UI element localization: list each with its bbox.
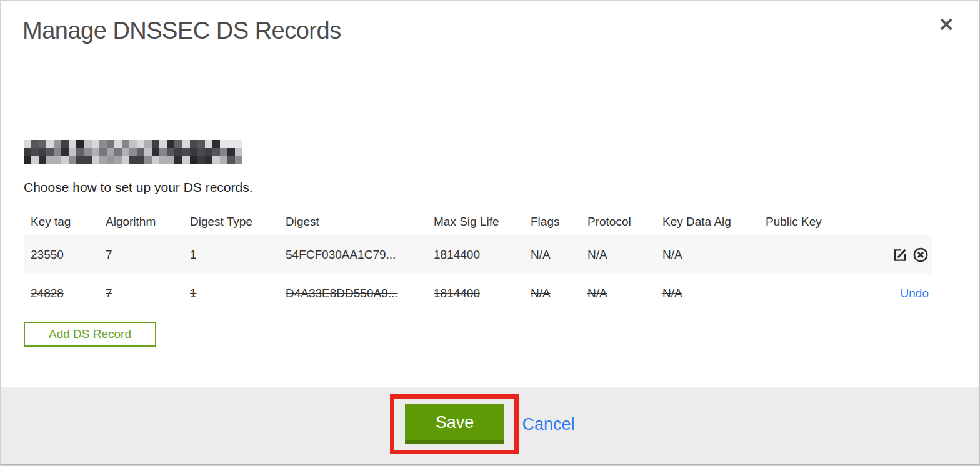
modal-content: Manage DNSSEC DS Records ✕ Choose how to… xyxy=(1,1,979,389)
cell-public-key xyxy=(759,235,851,274)
cancel-link[interactable]: Cancel xyxy=(522,415,574,434)
row-actions xyxy=(851,235,932,274)
cell-digest: D4A33E8DD550A9... xyxy=(279,274,427,314)
edit-pencil-square-icon[interactable] xyxy=(892,247,908,263)
footer-actions: Save Cancel xyxy=(390,387,574,454)
cell-key-data-alg: N/A xyxy=(656,274,759,314)
table-row-marked-deleted: 24828 7 1 D4A33E8DD550A9... 1814400 N/A … xyxy=(24,274,932,314)
close-icon[interactable]: ✕ xyxy=(936,15,956,35)
undo-link[interactable]: Undo xyxy=(901,287,929,300)
save-button[interactable]: Save xyxy=(405,404,504,444)
modal-header: Manage DNSSEC DS Records ✕ xyxy=(1,1,979,44)
cell-key-data-alg: N/A xyxy=(656,235,759,274)
ds-records-table: Key tag Algorithm Digest Type Digest Max… xyxy=(24,206,932,314)
modal-footer: Save Cancel xyxy=(1,387,979,465)
column-header-public-key: Public Key xyxy=(759,206,851,235)
dnssec-ds-records-modal: { "modal": { "title": "Manage DNSSEC DS … xyxy=(0,0,980,466)
redacted-domain-name xyxy=(24,140,242,164)
cell-algorithm: 7 xyxy=(99,274,183,314)
column-header-key-data-alg: Key Data Alg xyxy=(656,206,759,235)
page-title: Manage DNSSEC DS Records xyxy=(22,17,956,44)
cell-flags: N/A xyxy=(524,274,581,314)
table-row: 23550 7 1 54FCF030AA1C79... 1814400 N/A … xyxy=(24,235,932,274)
column-header-digest-type: Digest Type xyxy=(183,206,279,235)
column-header-key-tag: Key tag xyxy=(24,206,99,235)
cell-protocol: N/A xyxy=(581,274,656,314)
cell-max-sig-life: 1814400 xyxy=(427,235,524,274)
cell-public-key xyxy=(759,274,851,314)
cell-key-tag: 24828 xyxy=(24,274,99,314)
row-actions: Undo xyxy=(851,274,932,314)
cell-key-tag: 23550 xyxy=(24,235,99,274)
table-header-row: Key tag Algorithm Digest Type Digest Max… xyxy=(24,206,932,235)
column-header-actions xyxy=(851,206,932,235)
column-header-flags: Flags xyxy=(524,206,581,235)
instruction-text: Choose how to set up your DS records. xyxy=(24,180,253,195)
cell-protocol: N/A xyxy=(581,235,656,274)
cell-algorithm: 7 xyxy=(99,235,183,274)
add-ds-record-button[interactable]: Add DS Record xyxy=(24,322,156,347)
column-header-digest: Digest xyxy=(279,206,427,235)
column-header-algorithm: Algorithm xyxy=(99,206,183,235)
cell-flags: N/A xyxy=(524,235,581,274)
column-header-protocol: Protocol xyxy=(581,206,656,235)
circle-x-icon[interactable] xyxy=(912,247,929,263)
column-header-max-sig-life: Max Sig Life xyxy=(427,206,524,235)
cell-digest-type: 1 xyxy=(183,235,279,274)
cell-digest: 54FCF030AA1C79... xyxy=(279,235,427,274)
cell-max-sig-life: 1814400 xyxy=(427,274,524,314)
red-annotation-highlight: Save xyxy=(390,394,519,454)
cell-digest-type: 1 xyxy=(183,274,279,314)
